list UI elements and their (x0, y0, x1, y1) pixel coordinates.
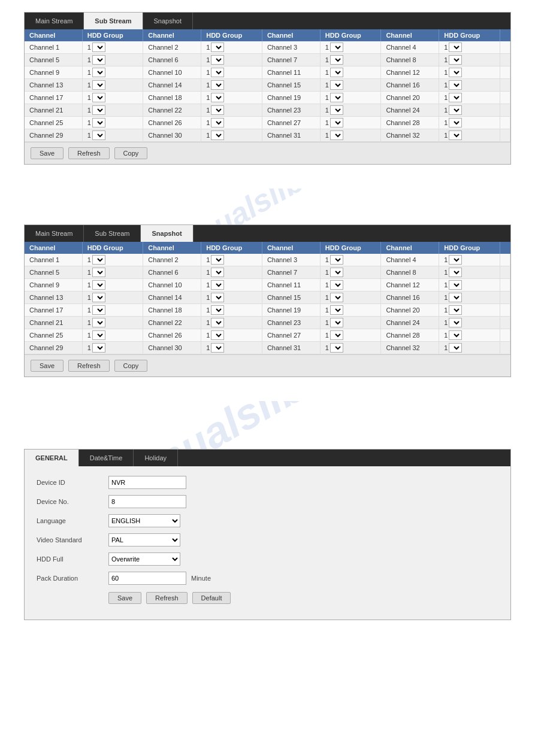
hdd-group-select[interactable]: 12345678 (92, 93, 105, 102)
hdd-group-select[interactable]: 12345678 (92, 130, 105, 140)
hdd-group-select[interactable]: 12345678 (330, 68, 343, 77)
save-button-1[interactable]: Save (31, 147, 64, 159)
hdd-group-select[interactable]: 12345678 (92, 68, 105, 77)
hdd-group-select[interactable]: 12345678 (449, 105, 462, 115)
channel-name-cell: Channel 21 (25, 317, 82, 329)
channel-name-cell: Channel 19 (262, 304, 320, 317)
hdd-group-select[interactable]: 12345678 (330, 105, 343, 115)
hdd-group-select[interactable]: 12345678 (449, 330, 462, 340)
hdd-group-select[interactable]: 12345678 (449, 268, 462, 277)
tab-general[interactable]: GENERAL (25, 450, 79, 466)
hdd-group-select[interactable]: 12345678 (92, 343, 105, 353)
general-default-button[interactable]: Default (192, 592, 231, 604)
save-button-2[interactable]: Save (31, 360, 64, 372)
hdd-group-select[interactable]: 12345678 (449, 68, 462, 77)
tab-snapshot-2[interactable]: Snapshot (141, 225, 193, 242)
hdd-group-select[interactable]: 12345678 (449, 255, 462, 265)
refresh-button-2[interactable]: Refresh (68, 360, 110, 372)
hdd-group-select[interactable]: 12345678 (330, 93, 343, 102)
hdd-group-select[interactable]: 12345678 (449, 55, 462, 65)
hdd-group-select[interactable]: 12345678 (92, 55, 105, 65)
hdd-group-select[interactable]: 12345678 (330, 42, 343, 52)
hdd-group-cell: 112345678 (201, 79, 262, 92)
copy-button-1[interactable]: Copy (114, 147, 148, 159)
hdd-group-select[interactable]: 12345678 (330, 255, 343, 265)
table-row: Channel 9112345678Channel 10112345678Cha… (25, 66, 510, 79)
channel-name-cell: Channel 24 (381, 104, 439, 117)
hdd-group-select[interactable]: 12345678 (330, 55, 343, 65)
tab-sub-stream-1[interactable]: Sub Stream (84, 13, 143, 29)
hdd-group-select[interactable]: 12345678 (330, 305, 343, 315)
hdd-group-select[interactable]: 12345678 (449, 318, 462, 327)
hdd-full-select[interactable]: Overwrite Stop Recording (108, 552, 180, 566)
hdd-group-select[interactable]: 12345678 (211, 118, 224, 127)
tab-holiday[interactable]: Holiday (134, 450, 178, 466)
hdd-group-select[interactable]: 12345678 (330, 318, 343, 327)
hdd-group-select[interactable]: 12345678 (92, 280, 105, 290)
hdd-group-select[interactable]: 12345678 (211, 68, 224, 77)
video-standard-select[interactable]: PAL NTSC (108, 533, 180, 546)
hdd-group-select[interactable]: 12345678 (449, 93, 462, 102)
hdd-group-select[interactable]: 12345678 (92, 105, 105, 115)
hdd-group-select[interactable]: 12345678 (92, 255, 105, 265)
hdd-group-select[interactable]: 12345678 (330, 268, 343, 277)
hdd-group-select[interactable]: 12345678 (92, 293, 105, 302)
hdd-group-select[interactable]: 12345678 (211, 80, 224, 90)
hdd-group-select[interactable]: 12345678 (92, 80, 105, 90)
table-row: Channel 13112345678Channel 14112345678Ch… (25, 292, 510, 304)
hdd-group-select[interactable]: 12345678 (449, 118, 462, 127)
hdd-group-select[interactable]: 12345678 (330, 118, 343, 127)
hdd-group-select[interactable]: 12345678 (211, 343, 224, 353)
hdd-group-cell: 112345678 (82, 266, 143, 279)
general-refresh-button[interactable]: Refresh (146, 592, 188, 604)
hdd-group-select[interactable]: 12345678 (211, 55, 224, 65)
hdd-group-select[interactable]: 12345678 (330, 130, 343, 140)
hdd-group-select[interactable]: 12345678 (211, 105, 224, 115)
hdd-group-select[interactable]: 12345678 (211, 93, 224, 102)
tab-main-stream-2[interactable]: Main Stream (25, 225, 84, 242)
hdd-group-select[interactable]: 12345678 (92, 118, 105, 127)
hdd-group-select[interactable]: 12345678 (449, 42, 462, 52)
hdd-group-select[interactable]: 12345678 (211, 293, 224, 302)
hdd-group-select[interactable]: 12345678 (211, 130, 224, 140)
hdd-group-select[interactable]: 12345678 (211, 318, 224, 327)
tab-sub-stream-2[interactable]: Sub Stream (84, 225, 141, 242)
col-header-channel-1d: Channel (381, 29, 439, 41)
refresh-button-1[interactable]: Refresh (68, 147, 110, 159)
tab-datetime[interactable]: Date&Time (79, 450, 134, 466)
hdd-group-cell: 112345678 (82, 41, 143, 54)
hdd-group-select[interactable]: 12345678 (449, 80, 462, 90)
tab-main-stream-1[interactable]: Main Stream (25, 13, 84, 29)
hdd-group-select[interactable]: 12345678 (449, 293, 462, 302)
pack-duration-input[interactable] (108, 572, 186, 585)
device-no-input[interactable] (108, 495, 186, 508)
hdd-group-select[interactable]: 12345678 (449, 305, 462, 315)
hdd-group-select[interactable]: 12345678 (92, 318, 105, 327)
hdd-group-select[interactable]: 12345678 (92, 305, 105, 315)
hdd-group-select[interactable]: 12345678 (92, 42, 105, 52)
tab-snapshot-1[interactable]: Snapshot (143, 13, 193, 29)
hdd-group-select[interactable]: 12345678 (449, 343, 462, 353)
channel-name-cell: Channel 16 (381, 79, 439, 92)
device-id-input[interactable] (108, 476, 186, 489)
general-save-button[interactable]: Save (108, 592, 141, 604)
hdd-group-select[interactable]: 12345678 (92, 268, 105, 277)
copy-button-2[interactable]: Copy (114, 360, 148, 372)
hdd-group-select[interactable]: 12345678 (211, 255, 224, 265)
hdd-group-select[interactable]: 12345678 (330, 80, 343, 90)
hdd-group-select[interactable]: 12345678 (211, 330, 224, 340)
channel-name-cell: Channel 21 (25, 104, 82, 117)
hdd-group-select[interactable]: 12345678 (211, 42, 224, 52)
language-select[interactable]: ENGLISH CHINESE FRENCH GERMAN SPANISH (108, 514, 180, 527)
hdd-group-select[interactable]: 12345678 (211, 268, 224, 277)
hdd-group-select[interactable]: 12345678 (330, 330, 343, 340)
hdd-group-select[interactable]: 12345678 (449, 280, 462, 290)
hdd-group-select[interactable]: 12345678 (330, 293, 343, 302)
hdd-group-select[interactable]: 12345678 (211, 305, 224, 315)
hdd-group-select[interactable]: 12345678 (330, 280, 343, 290)
hdd-group-select[interactable]: 12345678 (92, 330, 105, 340)
hdd-group-select[interactable]: 12345678 (449, 130, 462, 140)
hdd-group-select[interactable]: 12345678 (330, 343, 343, 353)
hdd-group-select[interactable]: 12345678 (211, 280, 224, 290)
channel-name-cell: Channel 22 (143, 317, 201, 329)
